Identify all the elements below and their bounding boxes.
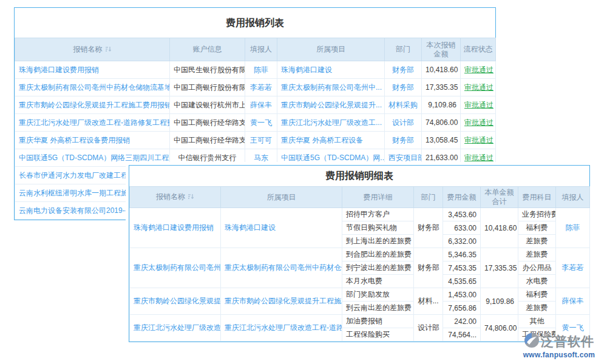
expense-name-link[interactable]: 重庆太极制药有限公司亳州中药材仓储物流基地项... — [15, 79, 170, 96]
filler-link[interactable]: 陈菲 — [556, 208, 590, 248]
expense-amount-cell: 5,346.35 — [443, 248, 481, 261]
expense-list-header-row: 报销名称 账户信息 填报人 所属项目 部门 本次报销金额 流程状态 — [15, 38, 496, 61]
expense-item-cell: 到上海出差的差旅费 — [342, 235, 414, 248]
detail-row: 珠海鹤港口建设费用报销 珠海鹤港口建设 招待甲方客户 财务部 3,453.60 … — [130, 208, 590, 221]
expense-amount-cell: 1,453.00 — [443, 288, 481, 302]
expense-item-cell: 到合肥出差的差旅费 — [342, 248, 414, 261]
amount-cell: 10,418.60 — [422, 61, 461, 79]
account-cell: 中国建设银行杭州市上... — [170, 96, 245, 114]
expense-amount-cell: 633.00 — [443, 221, 481, 235]
category-cell: 差旅费 — [518, 248, 556, 261]
detail-row: 重庆市鹅岭公园绿化景观提升工程施工 重庆市鹅岭公园绿化景观提升工程施工 部门奖励… — [130, 288, 590, 302]
project-link[interactable]: 中国联通5G（TD-SCDMA）网... — [277, 149, 385, 167]
expense-name-link[interactable]: 重庆江北污水处理厂级改造工程-道路修复工程费用... — [15, 114, 170, 132]
expense-amount-cell: 6,332.00 — [443, 235, 481, 248]
expense-name-link[interactable]: 重庆华夏 外高桥工程设备费用报销 — [15, 132, 170, 149]
filler-link[interactable]: 李若若 — [245, 79, 277, 96]
project-link[interactable]: 珠海鹤港口建设 — [277, 61, 385, 79]
dept-cell: 设计部 — [385, 114, 422, 132]
category-cell: 差旅费 — [518, 302, 556, 315]
table-row: 重庆江北污水处理厂级改造工程-道路修复工程费用... 中国工商银行经华路支行 黄… — [15, 114, 496, 132]
table-row: 重庆市鹅岭公园绿化景观提升工程施工费用报销 中国建设银行杭州市上... 薛保丰 … — [15, 96, 496, 114]
sort-icon[interactable] — [105, 46, 112, 55]
project-link[interactable]: 珠海鹤港口建设 — [221, 208, 342, 248]
expense-name-link[interactable]: 重庆市鹅岭公园绿化景观提升工程施工 — [130, 288, 221, 315]
project-link[interactable]: 重庆华夏 外高桥工程设备 — [277, 132, 385, 149]
expense-amount-cell: 242.00 — [443, 315, 481, 328]
status-link[interactable]: 审批通过 — [461, 132, 496, 149]
category-cell: 福利费 — [518, 221, 556, 235]
col-header-project: 所属项目 — [221, 187, 342, 208]
table-row: 重庆华夏 外高桥工程设备费用报销 中国工商银行经华路支行 王可可 重庆华夏 外高… — [15, 132, 496, 149]
amount-cell: 17,335.35 — [422, 79, 461, 96]
expense-amount-cell: 3,453.60 — [443, 208, 481, 221]
project-link[interactable]: 重庆江北污水处理厂级改造工... — [277, 114, 385, 132]
dept-cell: 财务部 — [385, 61, 422, 79]
expense-detail-panel: 费用报销明细表 报销名称 所属项目 费用详细 部门 费用金额 本单金额合计 费用… — [129, 165, 590, 342]
filler-link[interactable]: 薛保丰 — [556, 288, 590, 315]
total-amount-cell: 74,806.00 — [481, 315, 518, 342]
col-header-expense-amount: 费用金额 — [443, 187, 481, 208]
expense-item-cell: 工程保险购买 — [342, 328, 414, 342]
expense-item-cell: 到云南出差的差旅费 — [342, 302, 414, 315]
col-header-filler: 填报人 — [556, 187, 590, 208]
dept-cell: 材料... — [414, 288, 443, 315]
category-cell: 福利费 — [518, 288, 556, 302]
project-link[interactable]: 重庆太极制药有限公司亳州中药材仓储物流基地 — [221, 248, 342, 288]
vendor-url-text: www.fanpusoft.com — [516, 351, 602, 359]
expense-name-link[interactable]: 珠海鹤港口建设费用报销 — [15, 61, 170, 79]
dept-cell: 财务部 — [414, 208, 443, 248]
status-link[interactable]: 审批通过 — [461, 61, 496, 79]
expense-name-link[interactable]: 重庆市鹅岭公园绿化景观提升工程施工费用报销 — [15, 96, 170, 114]
table-row: 重庆太极制药有限公司亳州中药材仓储物流基地项... 中国工商银行股份有限... … — [15, 79, 496, 96]
account-cell: 中国工商银行经华路支行 — [170, 132, 245, 149]
expense-item-cell: 招待甲方客户 — [342, 208, 414, 221]
status-link[interactable]: 审批通过 — [461, 149, 496, 167]
account-cell: 中国工商银行股份有限... — [170, 79, 245, 96]
project-link[interactable]: 重庆太极制药有限公司亳州中... — [277, 79, 385, 96]
project-link[interactable]: 重庆市鹅岭公园绿化景观提升... — [277, 96, 385, 114]
dept-cell: 财务部 — [385, 132, 422, 149]
project-link[interactable]: 重庆市鹅岭公园绿化景观提升工程施工 — [221, 288, 342, 315]
detail-row: 重庆江北污水处理厂级改造工程-道路修复 重庆江北污水处理厂级改造工程-道路修复工… — [130, 315, 590, 328]
project-link[interactable]: 重庆江北污水处理厂级改造工程-道路修复工程 — [221, 315, 342, 342]
status-link[interactable]: 审批通过 — [461, 96, 496, 114]
expense-name-link[interactable]: 重庆太极制药有限公司亳州中药材仓储物流基地 — [130, 248, 221, 288]
expense-list-title: 费用报销列表 — [15, 8, 495, 38]
expense-item-cell: 到宁波出差的差旅费 — [342, 261, 414, 275]
filler-link[interactable]: 王可可 — [245, 132, 277, 149]
col-header-name[interactable]: 报销名称 — [15, 38, 170, 61]
col-header-total: 本单金额合计 — [481, 187, 518, 208]
status-link[interactable]: 审批通过 — [461, 114, 496, 132]
col-header-account: 账户信息 — [170, 38, 245, 61]
dept-cell: 财务部 — [414, 248, 443, 288]
category-cell: 办公用品 — [518, 261, 556, 275]
filler-link[interactable]: 马东 — [245, 149, 277, 167]
filler-link[interactable]: 李若若 — [556, 248, 590, 288]
account-cell: 中信银行贵州支行 — [170, 149, 245, 167]
fanpu-logo-icon — [524, 332, 540, 351]
expense-detail-title: 费用报销明细表 — [129, 166, 589, 186]
filler-link[interactable]: 薛保丰 — [245, 96, 277, 114]
col-header-name[interactable]: 报销名称 — [130, 187, 221, 208]
status-link[interactable]: 审批通过 — [461, 79, 496, 96]
expense-amount-cell: 7,453.35 — [443, 261, 481, 275]
col-header-dept: 部门 — [385, 38, 422, 61]
sort-icon[interactable] — [188, 193, 194, 202]
dept-cell: 设计部 — [414, 315, 443, 342]
filler-link[interactable]: 黄一飞 — [245, 114, 277, 132]
table-row: 中国联通5G（TD-SCDMA）网络三期四川工程费... 中信银行贵州支行 马东… — [15, 149, 496, 167]
expense-name-link[interactable]: 重庆江北污水处理厂级改造工程-道路修复 — [130, 315, 221, 342]
expense-item-cell: 部门奖励发放 — [342, 288, 414, 302]
category-cell: 业务招待费 — [518, 208, 556, 221]
category-cell: 其他 — [518, 315, 556, 328]
col-header-amount: 本次报销金额 — [422, 38, 461, 61]
account-cell: 中国民生银行股份有限... — [170, 61, 245, 79]
expense-name-link[interactable]: 珠海鹤港口建设费用报销 — [130, 208, 221, 248]
col-header-category: 费用科目 — [518, 187, 556, 208]
col-header-dept: 部门 — [414, 187, 443, 208]
dept-cell: 西安项目部 — [385, 149, 422, 167]
detail-row: 重庆太极制药有限公司亳州中药材仓储物流基地 重庆太极制药有限公司亳州中药材仓储物… — [130, 248, 590, 261]
filler-link[interactable]: 陈菲 — [245, 61, 277, 79]
expense-name-link[interactable]: 中国联通5G（TD-SCDMA）网络三期四川工程费... — [15, 149, 170, 167]
